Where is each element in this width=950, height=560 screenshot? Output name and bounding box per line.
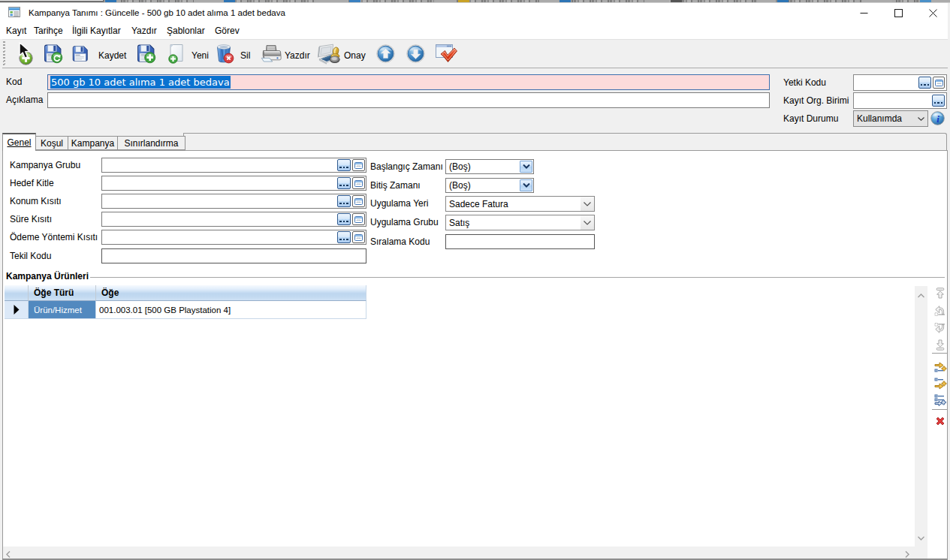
text-menu-items-4-label: Şablonlar <box>167 26 205 36</box>
siralama-kodu-input[interactable] <box>445 234 595 249</box>
pane-border-left <box>2 150 3 558</box>
aciklama-input[interactable] <box>47 92 770 108</box>
hedef-kitle-lookup-button[interactable] <box>337 177 351 189</box>
text-tabs-items-3-label: Sınırlandırma <box>124 138 178 149</box>
grid-header-oge-turu[interactable]: Öğe Türü <box>29 285 96 301</box>
tab-strip-filler <box>183 133 947 150</box>
action-separator <box>932 409 948 410</box>
move-last-row-icon[interactable] <box>933 338 947 351</box>
uygulama-grubu-label: Uygulama Grubu <box>370 215 439 230</box>
text-menu-items-0-label: Kayıt <box>6 26 26 36</box>
move-first-row-icon[interactable] <box>933 287 947 300</box>
delete-row-icon[interactable] <box>933 414 947 428</box>
print-button[interactable]: Yazdır <box>261 40 310 67</box>
tekil-kodu-input[interactable] <box>101 248 366 263</box>
text-products-grid-rows-0-oge-turu: Ürün/Hizmet <box>34 306 82 315</box>
tab-kosul[interactable]: Koşul <box>35 136 68 150</box>
move-up-button[interactable] <box>376 40 395 67</box>
chevron-down-icon[interactable] <box>520 161 532 173</box>
hedef-kitle-input[interactable] <box>101 176 366 191</box>
confirm-button[interactable] <box>434 40 458 67</box>
icon-save-refresh <box>42 43 63 64</box>
save-button[interactable]: Kaydet <box>71 40 126 67</box>
menu-gorev[interactable]: Görev <box>215 23 240 39</box>
insert-row-above-icon[interactable] <box>933 360 947 374</box>
grid-cell-oge-turu[interactable]: Ürün/Hizmet <box>29 301 96 319</box>
text-tabs-items-2-label: Kampanya <box>71 138 114 149</box>
yetki-kodu-form-button[interactable] <box>933 77 945 89</box>
pane-border-right <box>947 150 948 558</box>
add-row-icon[interactable] <box>933 393 947 407</box>
sure-kisiti-form-button[interactable] <box>352 213 365 225</box>
kampanya-grubu-input[interactable] <box>101 158 366 173</box>
maximize-button[interactable] <box>887 4 909 23</box>
chevron-down-icon[interactable] <box>520 179 532 191</box>
scroll-up-icon[interactable] <box>918 290 924 300</box>
toolbar-drag-handle[interactable] <box>3 41 5 66</box>
odeme-yontemi-kisiti-lookup-button[interactable] <box>337 231 351 243</box>
kayit-durumu-select[interactable]: Kullanımda <box>853 110 928 127</box>
kampanya-grubu-form-button[interactable] <box>352 159 365 171</box>
move-down-button[interactable] <box>406 40 425 67</box>
kayit-org-lookup-button[interactable] <box>932 95 945 107</box>
yetki-kodu-lookup-button[interactable] <box>918 77 931 89</box>
grid-horizontal-scrollbar[interactable] <box>2 546 915 559</box>
menu-tarihce[interactable]: Tarihçe <box>34 23 63 39</box>
text-products-grid-columns-2-label: Öğe <box>101 288 119 298</box>
menu-ilgili-kayitlar[interactable]: İlgili Kayıtlar <box>72 23 121 39</box>
move-up-row-icon[interactable] <box>933 304 947 318</box>
grid-header-oge[interactable]: Öğe <box>96 285 366 301</box>
approve-button[interactable]: Onay <box>318 40 366 67</box>
move-down-row-icon[interactable] <box>933 321 947 335</box>
konum-kisiti-lookup-button[interactable] <box>337 195 351 207</box>
new-button[interactable]: Yeni <box>167 40 209 67</box>
tekil-kodu-label: Tekil Kodu <box>10 248 51 263</box>
sure-kisiti-input[interactable] <box>101 212 366 227</box>
hedef-kitle-form-button[interactable] <box>352 177 365 189</box>
yetki-kodu-input[interactable] <box>853 74 947 91</box>
konum-kisiti-form-button[interactable] <box>352 195 365 207</box>
text-genel-fields-right-0-value: (Boş) <box>449 161 471 172</box>
uygulama-grubu-select[interactable]: Satış <box>445 215 595 230</box>
odeme-yontemi-kisiti-input[interactable] <box>101 230 366 245</box>
insert-row-below-icon[interactable] <box>933 377 947 390</box>
baslangic-zamani-select[interactable]: (Boş) <box>445 159 534 174</box>
text-menu-items-1-label: Tarihçe <box>34 26 63 36</box>
tab-genel[interactable]: Genel <box>2 133 36 151</box>
kayit-org-input[interactable] <box>853 92 947 109</box>
tab-sinirlandirma[interactable]: Sınırlandırma <box>117 136 185 150</box>
text-menu-items-2-label: İlgili Kayıtlar <box>72 26 121 36</box>
grid-vertical-scrollbar[interactable] <box>915 286 927 546</box>
save-refresh-button[interactable] <box>42 40 63 67</box>
window-title: Kampanya Tanımı : Güncelle - 500 gb 10 a… <box>29 8 285 17</box>
kod-input[interactable]: 500 gb 10 adet alıma 1 adet bedava <box>47 74 770 90</box>
icon-confirm <box>434 42 458 65</box>
sure-kisiti-lookup-button[interactable] <box>337 213 351 225</box>
grid-row-selector[interactable] <box>5 301 29 319</box>
icon-save-new <box>135 43 156 64</box>
menu-sablonlar[interactable]: Şablonlar <box>167 23 205 39</box>
konum-kisiti-input[interactable] <box>101 194 366 209</box>
tab-pane-genel: Kampanya Grubu Hedef Kitle Konum Kısıtı … <box>2 150 948 558</box>
menu-yazdir[interactable]: Yazdır <box>131 23 157 39</box>
save-new-button[interactable] <box>135 40 156 67</box>
grid-cell-oge[interactable]: 001.003.01 [500 GB Playstation 4] <box>96 301 366 319</box>
bitis-zamani-select[interactable]: (Boş) <box>445 178 534 193</box>
close-button[interactable] <box>921 4 944 23</box>
delete-button[interactable]: Sil <box>214 40 250 67</box>
icon-up <box>376 44 395 63</box>
kayit-durumu-label: Kayıt Durumu <box>783 110 838 127</box>
uygulama-yeri-select[interactable]: Sadece Fatura <box>445 196 595 212</box>
grid-header-selector[interactable] <box>5 285 29 301</box>
minimize-button[interactable] <box>852 4 875 23</box>
konum-kisiti-label: Konum Kısıtı <box>10 194 62 209</box>
info-icon[interactable]: i <box>930 111 945 125</box>
products-group-title: Kampanya Ürünleri <box>6 271 89 282</box>
menu-kayit[interactable]: Kayıt <box>6 23 26 39</box>
tab-kampanya[interactable]: Kampanya <box>68 136 118 150</box>
kampanya-grubu-lookup-button[interactable] <box>337 159 351 171</box>
icon-approve <box>318 43 341 65</box>
scroll-down-icon[interactable] <box>918 532 924 543</box>
odeme-yontemi-kisiti-form-button[interactable] <box>352 231 365 243</box>
kampanya-grubu-label: Kampanya Grubu <box>10 158 80 173</box>
